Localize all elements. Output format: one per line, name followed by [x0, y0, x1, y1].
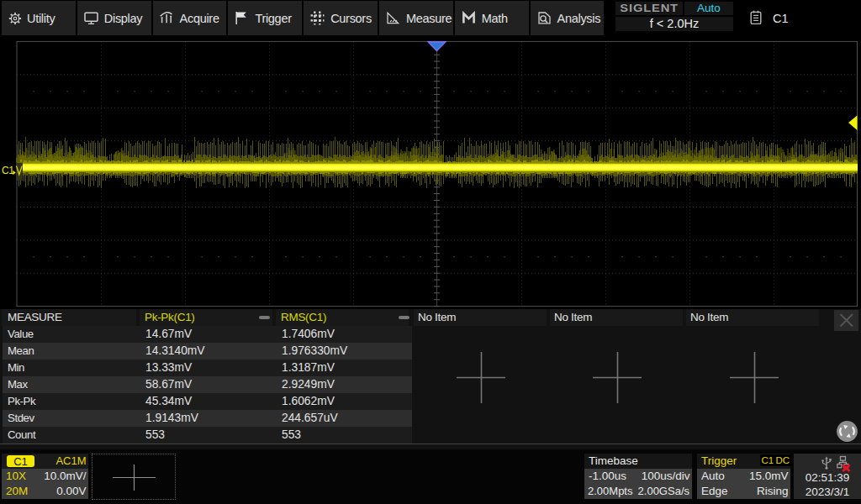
svg-text:C1: C1	[2, 165, 14, 176]
